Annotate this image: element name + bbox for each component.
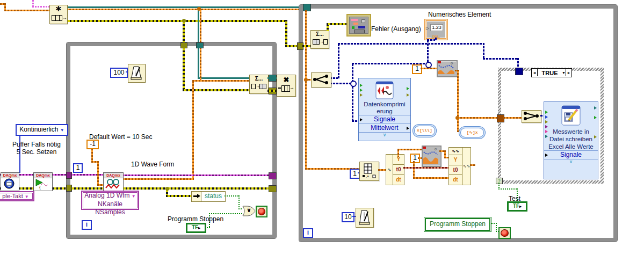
case-name: TRUE bbox=[538, 70, 562, 76]
waveform-wire bbox=[4, 10, 50, 11]
waveform-glyph: ∿∿ bbox=[462, 148, 471, 185]
waveform-wire bbox=[470, 164, 475, 166]
unbundle-status-node[interactable]: status bbox=[191, 191, 226, 202]
chevron-down-icon[interactable]: ▼ bbox=[562, 71, 566, 75]
queue-icon: → bbox=[277, 84, 295, 93]
split-signals-node[interactable] bbox=[311, 72, 331, 88]
constant-value: 10 bbox=[344, 213, 351, 221]
express-expand-chevron[interactable]: ∨ bbox=[544, 159, 598, 179]
stop-task-node[interactable]: Σ... → bbox=[249, 75, 269, 94]
wire-junction bbox=[182, 19, 186, 23]
daqmx-read-node[interactable]: DAQmx bbox=[103, 172, 124, 192]
tunnel-error[interactable] bbox=[66, 185, 72, 192]
merge-signals-node[interactable] bbox=[522, 110, 541, 123]
asterisk-icon: ∗ bbox=[55, 3, 62, 13]
split-signals-icon bbox=[312, 73, 330, 86]
or-gate[interactable]: ∨ bbox=[242, 205, 257, 219]
write-file-icon bbox=[561, 105, 581, 126]
wire-junction bbox=[165, 187, 169, 191]
convert-to-dynamic-node[interactable]: [∿]x bbox=[460, 128, 484, 137]
programm-stoppen-button[interactable]: Programm Stoppen bbox=[425, 218, 490, 231]
input-arrow bbox=[360, 89, 363, 92]
wait-metronome-node[interactable] bbox=[356, 208, 374, 228]
iteration-terminal[interactable]: i bbox=[303, 228, 313, 238]
enqueue-element-node[interactable]: ∗ → bbox=[49, 5, 68, 24]
arrow-right-icon: ▸ bbox=[198, 226, 200, 230]
express-expand-chevron[interactable]: ∨ bbox=[359, 132, 410, 141]
constant-1[interactable]: 1 bbox=[73, 163, 83, 173]
constant-10[interactable]: 10 bbox=[342, 212, 354, 222]
waveform-chart-icon[interactable]: ⟳ bbox=[422, 146, 442, 167]
output-arrow bbox=[407, 93, 409, 97]
label-programm-stoppen: Programm Stoppen bbox=[168, 215, 223, 223]
comment-1d-waveform: 1D Wave Form bbox=[131, 161, 174, 168]
index-array-node[interactable]: .+ bbox=[359, 162, 379, 181]
input-arrow bbox=[545, 130, 548, 133]
tunnel-task[interactable] bbox=[66, 172, 72, 179]
convert-from-dynamic-node[interactable]: x[ιιι] bbox=[414, 126, 435, 136]
error-wire bbox=[302, 45, 311, 47]
bool-wire bbox=[498, 188, 518, 190]
tunnel-dynamic[interactable] bbox=[515, 68, 523, 75]
tf-constant[interactable]: TF▸ bbox=[186, 223, 206, 232]
waveform-wire bbox=[192, 81, 194, 180]
dropdown-label: ple-Takt bbox=[2, 193, 23, 199]
merge-errors-node[interactable]: Σ... → bbox=[310, 30, 329, 49]
build-waveform-node[interactable]: ∿∿ Y t0 dt ∿∿ bbox=[448, 147, 471, 185]
dt-input: dt bbox=[449, 175, 462, 185]
enum-kontinuierlich[interactable]: Kontinuierlich ▼ bbox=[16, 124, 68, 136]
dynamic-wire bbox=[338, 44, 339, 79]
arrow-cell bbox=[192, 192, 201, 201]
error-out-indicator[interactable] bbox=[346, 14, 371, 37]
daqmx-start-node[interactable]: DAQmx { bbox=[33, 172, 53, 191]
express-vi-messwerte[interactable]: Messwerte in Datei schreiben Excel Alle … bbox=[544, 101, 598, 179]
input-arrow bbox=[360, 84, 363, 87]
tf-constant-test[interactable]: TF▸ bbox=[508, 202, 527, 211]
daqmx-task-wire bbox=[70, 174, 105, 176]
error-wire bbox=[183, 20, 185, 90]
clear-task-node[interactable]: ✖ → bbox=[277, 75, 296, 97]
stop-button[interactable] bbox=[256, 206, 267, 217]
waveform-chart-icon[interactable]: ⟳ bbox=[437, 60, 458, 77]
dynamic-wire bbox=[427, 40, 429, 64]
tunnel-task[interactable] bbox=[269, 172, 277, 179]
express-row-signale[interactable]: Signale bbox=[544, 150, 598, 159]
constant-minus1[interactable]: -1 bbox=[86, 140, 99, 149]
express-vi-datenkomprimierung[interactable]: Datenkomprimierung Signale Mittelwert ∨ bbox=[358, 78, 411, 141]
dropdown-analog-wfm[interactable]: Analog 1D Wfm ▼ NKanäle NSamples bbox=[81, 191, 139, 210]
express-row-signale[interactable]: Signale bbox=[359, 115, 410, 123]
express-row-mittelwert[interactable]: Mittelwert bbox=[359, 123, 410, 132]
numeric-wire bbox=[413, 161, 415, 178]
y-input: Y bbox=[449, 155, 462, 165]
tunnel-task[interactable] bbox=[196, 42, 204, 48]
constant-1[interactable]: 1 bbox=[350, 169, 360, 179]
comment-line: 5 Sec. Setzen bbox=[17, 148, 57, 156]
constant-1[interactable]: 1 bbox=[412, 64, 422, 74]
get-waveform-components-node[interactable]: ∿ Y t0 dt bbox=[386, 154, 404, 185]
next-case-icon[interactable]: ► bbox=[566, 69, 571, 76]
numeric-indicator-dbl[interactable]: ▷ 1.23 DBL bbox=[424, 19, 448, 40]
svg-text:⟳: ⟳ bbox=[451, 62, 453, 65]
prev-case-icon[interactable]: ◄ bbox=[532, 69, 538, 76]
glasses-icon bbox=[104, 178, 122, 190]
dynamic-wire bbox=[435, 38, 437, 41]
iteration-terminal[interactable]: i bbox=[82, 220, 92, 230]
t0-output: t0 bbox=[393, 165, 404, 175]
queue-name-wire bbox=[32, 6, 50, 8]
constant-value: 1 bbox=[76, 164, 80, 171]
constant-100[interactable]: 100 bbox=[110, 68, 128, 78]
input-arrow bbox=[360, 93, 363, 97]
tunnel-error[interactable] bbox=[269, 185, 277, 192]
dynamic-wire bbox=[338, 43, 484, 45]
iteration-i: i bbox=[86, 221, 88, 228]
chevron-down-icon: ▼ bbox=[25, 194, 29, 199]
dropdown-sample-takt[interactable]: ple-Takt ▼ bbox=[0, 191, 34, 201]
daqmx-timing-node[interactable]: DAQmx bbox=[1, 172, 19, 191]
case-selector[interactable]: ◄ TRUE ▼ ► bbox=[531, 68, 572, 77]
tunnel-task[interactable] bbox=[303, 4, 311, 11]
input-arrow bbox=[545, 125, 548, 128]
tunnel-error[interactable] bbox=[180, 42, 187, 48]
index-array-icon: .+ bbox=[360, 162, 378, 179]
wait-metronome-node[interactable] bbox=[128, 64, 146, 83]
stop-button[interactable] bbox=[498, 227, 511, 239]
